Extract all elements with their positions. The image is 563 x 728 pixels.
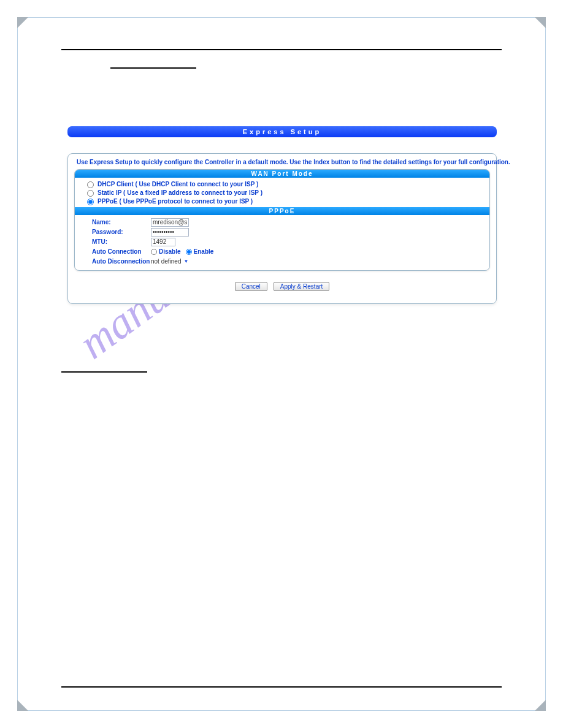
autoconn-disable-radio[interactable] [151,249,157,255]
chevron-down-icon: ▼ [184,257,189,267]
autodisc-label: Auto Disconnection [92,257,151,267]
cancel-button[interactable]: Cancel [235,282,267,291]
wan-radio-dhcp[interactable] [87,181,94,188]
instruction-text: Use Express Setup to quickly configure t… [74,157,490,169]
bottom-divider [61,686,502,688]
autoconn-enable[interactable]: Enable [186,247,214,257]
section-title-underline [110,67,196,69]
autoconn-disable[interactable]: Disable [151,247,181,257]
express-setup-banner: Express Setup [67,126,497,137]
wan-option-static[interactable]: Static IP ( Use a fixed IP address to co… [87,189,483,197]
section-title-underline-2 [61,371,147,373]
mtu-label: MTU: [92,237,151,247]
wan-panel: WAN Port Mode DHCP Client ( Use DHCP Cli… [74,169,490,271]
wan-option-pppoe-label: PPPoE ( Use PPPoE protocol to connect to… [98,197,253,206]
wan-radio-pppoe[interactable] [87,199,94,205]
top-divider [61,49,502,50]
name-label: Name: [92,218,151,227]
wan-option-pppoe[interactable]: PPPoE ( Use PPPoE protocol to connect to… [87,197,483,206]
autoconn-enable-label: Enable [194,247,214,257]
pppoe-section-header: PPPoE [75,207,489,215]
autodisc-value: not defined [151,257,182,267]
wan-option-static-label: Static IP ( Use a fixed IP address to co… [98,189,262,197]
autoconn-enable-radio[interactable] [186,249,192,255]
password-field[interactable] [151,228,189,237]
apply-restart-button[interactable]: Apply & Restart [274,282,329,291]
wan-radio-static[interactable] [87,190,94,197]
password-label: Password: [92,227,151,237]
name-field[interactable] [151,218,189,227]
mtu-field[interactable] [151,238,175,246]
wan-section-header: WAN Port Mode [75,170,489,178]
autodisc-select[interactable]: not defined ▼ [151,257,188,267]
config-panel: Use Express Setup to quickly configure t… [67,153,497,304]
autoconn-label: Auto Connection [92,247,151,257]
autoconn-disable-label: Disable [159,247,181,257]
wan-option-dhcp[interactable]: DHCP Client ( Use DHCP Client to connect… [87,180,483,189]
wan-option-dhcp-label: DHCP Client ( Use DHCP Client to connect… [98,180,258,189]
express-setup-screenshot: Express Setup Use Express Setup to quick… [67,126,497,304]
